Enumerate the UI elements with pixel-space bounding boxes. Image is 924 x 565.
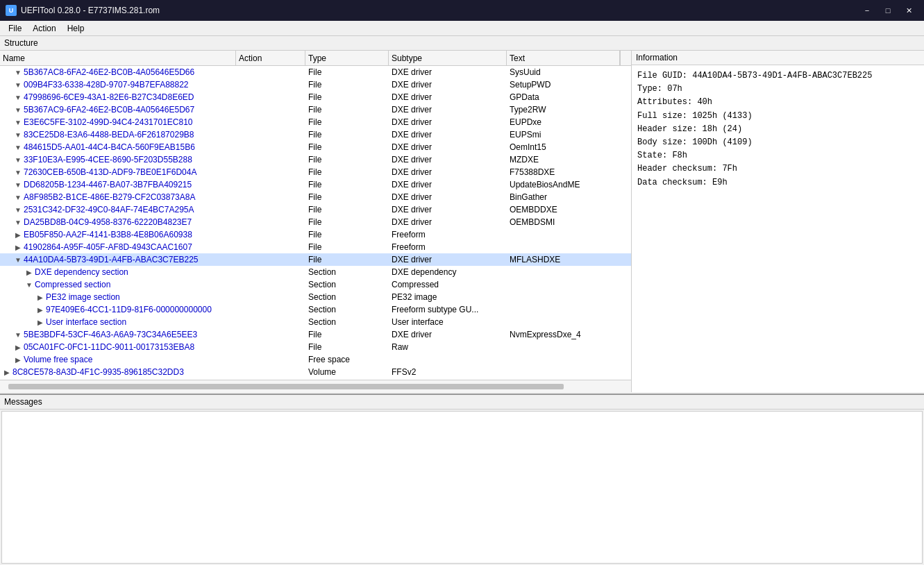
action-cell bbox=[236, 71, 305, 73]
table-row[interactable]: ▶PE32 image sectionSectionPE32 image bbox=[0, 291, 631, 303]
expand-icon[interactable]: ▶ bbox=[14, 355, 22, 364]
subtype-cell: DXE driver bbox=[389, 179, 507, 190]
table-row[interactable]: ▼5B367AC9-6FA2-46E2-BC0B-4A05646E5D67Fil… bbox=[0, 103, 631, 116]
text-cell: SysUuid bbox=[507, 67, 631, 78]
table-row[interactable]: ▶97E409E6-4CC1-11D9-81F6-000000000000Sec… bbox=[0, 303, 631, 316]
expand-icon[interactable]: ▼ bbox=[14, 68, 22, 76]
expand-icon[interactable]: ▼ bbox=[14, 255, 22, 264]
table-row[interactable]: ▼5B367AC8-6FA2-46E2-BC0B-4A05646E5D66Fil… bbox=[0, 66, 631, 78]
table-row[interactable]: ▼DD68205B-1234-4467-BA07-3B7FBA409215Fil… bbox=[0, 178, 631, 191]
expand-icon[interactable]: ▶ bbox=[14, 243, 22, 251]
expand-icon[interactable]: ▼ bbox=[25, 280, 33, 289]
table-row[interactable]: ▶05CA01FC-0FC1-11DC-9011-00173153EBA8Fil… bbox=[0, 341, 631, 353]
messages-content[interactable] bbox=[1, 411, 923, 564]
expand-icon[interactable]: ▼ bbox=[14, 205, 22, 214]
expand-icon[interactable]: ▼ bbox=[14, 118, 22, 126]
action-cell bbox=[236, 271, 305, 273]
action-cell bbox=[236, 296, 305, 298]
tree-hscroll[interactable] bbox=[0, 380, 631, 392]
action-cell bbox=[236, 84, 305, 85]
text-cell bbox=[507, 371, 631, 373]
tree-content[interactable]: ▼5B367AC8-6FA2-46E2-BC0B-4A05646E5D66Fil… bbox=[0, 66, 631, 380]
table-row[interactable]: ▶EB05F850-AA2F-4141-B3B8-4E8B06A60938Fil… bbox=[0, 228, 631, 241]
action-cell bbox=[236, 321, 305, 323]
info-header: Information bbox=[632, 51, 924, 65]
table-row[interactable]: ▼72630CEB-650B-413D-ADF9-7BE0E1F6D04AFil… bbox=[0, 166, 631, 178]
expand-icon[interactable]: ▼ bbox=[14, 155, 22, 164]
node-name-label: 41902864-A95F-405F-AF8D-4943CAAC1607 bbox=[24, 242, 192, 252]
expand-icon[interactable]: ▼ bbox=[14, 193, 22, 201]
table-row[interactable]: ▶User interface sectionSectionUser inter… bbox=[0, 316, 631, 328]
table-row[interactable]: ▼83CE25D8-E3A6-4488-BEDA-6F26187029B8Fil… bbox=[0, 128, 631, 141]
expand-icon[interactable]: ▼ bbox=[14, 143, 22, 151]
menu-file[interactable]: File bbox=[3, 22, 27, 35]
table-row[interactable]: ▶DXE dependency sectionSectionDXE depend… bbox=[0, 266, 631, 278]
table-row[interactable]: ▼33F10E3A-E995-4CEE-8690-5F203D55B288Fil… bbox=[0, 153, 631, 166]
expand-icon[interactable]: ▶ bbox=[3, 368, 11, 376]
table-row[interactable]: ▼DA25BD8B-04C9-4958-8376-62220B4823E7Fil… bbox=[0, 216, 631, 228]
minimize-button[interactable]: − bbox=[857, 3, 877, 17]
action-cell bbox=[236, 309, 305, 310]
type-cell: File bbox=[305, 217, 389, 228]
expand-icon[interactable]: ▶ bbox=[36, 293, 44, 301]
type-cell: File bbox=[305, 167, 389, 178]
expand-icon[interactable]: ▶ bbox=[14, 343, 22, 351]
type-cell: File bbox=[305, 254, 389, 265]
table-row[interactable]: ▼44A10DA4-5B73-49D1-A4FB-ABAC3C7EB225Fil… bbox=[0, 253, 631, 266]
node-name-label: EB05F850-AA2F-4141-B3B8-4E8B06A60938 bbox=[24, 230, 192, 239]
table-row[interactable]: ▼47998696-6CE9-43A1-82E6-B27C34D8E6EDFil… bbox=[0, 91, 631, 103]
maximize-button[interactable]: □ bbox=[878, 3, 898, 17]
subtype-cell: Freeform subtype GU... bbox=[389, 304, 507, 315]
node-name-label: 5B367AC9-6FA2-46E2-BC0B-4A05646E5D67 bbox=[24, 105, 194, 115]
type-cell: Free space bbox=[305, 354, 389, 365]
expand-icon[interactable]: ▼ bbox=[14, 130, 22, 139]
expand-icon[interactable]: ▼ bbox=[14, 168, 22, 176]
col-header-subtype: Subtype bbox=[389, 51, 507, 65]
expand-icon[interactable]: ▶ bbox=[25, 268, 33, 276]
action-cell bbox=[236, 246, 305, 248]
expand-icon[interactable]: ▶ bbox=[14, 230, 22, 239]
menu-action[interactable]: Action bbox=[27, 22, 61, 35]
expand-icon[interactable]: ▼ bbox=[14, 106, 22, 114]
table-row[interactable]: ▼E3E6C5FE-3102-499D-94C4-2431701EC810Fil… bbox=[0, 116, 631, 128]
expand-icon[interactable]: ▶ bbox=[36, 318, 44, 326]
node-name-label: PE32 image section bbox=[46, 292, 120, 302]
node-name-label: Compressed section bbox=[35, 280, 110, 289]
node-name-label: User interface section bbox=[46, 317, 126, 327]
action-cell bbox=[236, 171, 305, 173]
type-cell: Section bbox=[305, 304, 389, 315]
node-name-label: 47998696-6CE9-43A1-82E6-B27C34D8E6ED bbox=[24, 92, 194, 102]
table-row[interactable]: ▶Volume free spaceFree space bbox=[0, 353, 631, 366]
expand-icon[interactable]: ▼ bbox=[14, 330, 22, 339]
menu-help[interactable]: Help bbox=[62, 22, 90, 35]
close-button[interactable]: ✕ bbox=[899, 3, 918, 17]
info-line: Header size: 18h (24) bbox=[637, 123, 918, 136]
type-cell: Volume bbox=[305, 366, 389, 378]
action-cell bbox=[236, 346, 305, 348]
table-row[interactable]: ▼A8F985B2-B1CE-486E-B279-CF2C03873A8AFil… bbox=[0, 191, 631, 203]
table-row[interactable]: ▼009B4F33-6338-428D-9707-94B7EFA88822Fil… bbox=[0, 78, 631, 91]
subtype-cell: DXE dependency bbox=[389, 267, 507, 278]
expand-icon[interactable]: ▶ bbox=[36, 305, 44, 314]
node-name-label: 72630CEB-650B-413D-ADF9-7BE0E1F6D04A bbox=[24, 167, 196, 177]
text-cell: OEMBDSMI bbox=[507, 217, 631, 228]
main-content: Name Action Type Subtype Text ▼5B367AC8-… bbox=[0, 51, 924, 392]
table-row[interactable]: ▼484615D5-AA01-44C4-B4CA-560F9EAB15B6Fil… bbox=[0, 141, 631, 153]
table-row[interactable]: ▼2531C342-DF32-49C0-84AF-74E4BC7A295AFil… bbox=[0, 203, 631, 216]
subtype-cell: PE32 image bbox=[389, 292, 507, 303]
table-row[interactable]: ▼Compressed sectionSectionCompressed bbox=[0, 278, 631, 291]
subtype-cell: DXE driver bbox=[389, 79, 507, 90]
table-row[interactable]: ▶8C8CE578-8A3D-4F1C-9935-896185C32DD3Vol… bbox=[0, 366, 631, 378]
type-cell: File bbox=[305, 92, 389, 103]
text-cell bbox=[507, 271, 631, 273]
expand-icon[interactable]: ▼ bbox=[14, 218, 22, 226]
node-name-label: DA25BD8B-04C9-4958-8376-62220B4823E7 bbox=[24, 217, 192, 227]
info-line: Data checksum: E9h bbox=[637, 176, 918, 189]
table-row[interactable]: ▼5BE3BDF4-53CF-46A3-A6A9-73C34A6E5EE3Fil… bbox=[0, 328, 631, 341]
subtype-cell: DXE driver bbox=[389, 92, 507, 103]
expand-icon[interactable]: ▼ bbox=[14, 93, 22, 101]
info-panel: Information File GUID: 44A10DA4-5B73-49D… bbox=[632, 51, 924, 392]
expand-icon[interactable]: ▼ bbox=[14, 81, 22, 89]
expand-icon[interactable]: ▼ bbox=[14, 180, 22, 189]
table-row[interactable]: ▶41902864-A95F-405F-AF8D-4943CAAC1607Fil… bbox=[0, 241, 631, 253]
